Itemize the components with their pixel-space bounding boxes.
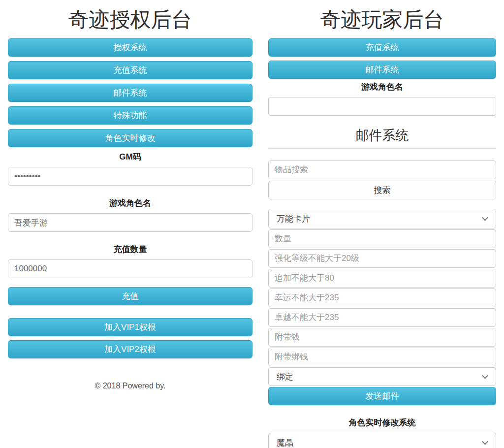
nav-auth-system-button[interactable]: 授权系统 — [8, 38, 252, 57]
page: 奇迹授权后台 授权系统 充值系统 邮件系统 特殊功能 角色实时修改 GM码 游戏… — [0, 0, 504, 448]
quantity-input[interactable] — [268, 229, 496, 248]
recharge-amount-label: 充值数量 — [8, 244, 252, 255]
gm-code-input[interactable] — [8, 167, 252, 186]
recharge-button[interactable]: 充值 — [8, 287, 252, 305]
mail-section-divider — [268, 148, 496, 149]
nav-recharge-system-button[interactable]: 充值系统 — [8, 61, 252, 79]
append-input[interactable] — [268, 269, 496, 288]
admin-title: 奇迹授权后台 — [8, 8, 252, 32]
search-button[interactable]: 搜索 — [268, 181, 496, 199]
item-select-value: 万能卡片 — [277, 213, 310, 224]
player-title: 奇迹玩家后台 — [268, 8, 496, 32]
mail-system-heading: 邮件系统 — [268, 127, 496, 144]
player-nav-mail-button[interactable]: 邮件系统 — [268, 61, 496, 79]
add-vip1-button[interactable]: 加入VIP1权根 — [8, 318, 252, 336]
player-role-name-label: 游戏角色名 — [268, 81, 496, 93]
enhance-level-input[interactable] — [268, 249, 496, 268]
role-name-label: 游戏角色名 — [8, 197, 252, 209]
bind-select[interactable]: 绑定 — [268, 367, 496, 386]
modify-attribute-select[interactable]: 魔晶 — [268, 433, 496, 448]
chevron-down-icon — [482, 215, 488, 221]
add-vip2-button[interactable]: 加入VIP2权根 — [8, 340, 252, 358]
player-panel: 奇迹玩家后台 充值系统 邮件系统 游戏角色名 邮件系统 搜索 万能卡片 绑定 发… — [268, 0, 496, 448]
luck-input[interactable] — [268, 288, 496, 307]
attach-money-input[interactable] — [268, 328, 496, 347]
modify-attribute-select-value: 魔晶 — [277, 437, 293, 448]
player-nav-recharge-button[interactable]: 充值系统 — [268, 38, 496, 57]
send-mail-button[interactable]: 发送邮件 — [268, 387, 496, 405]
item-search-input[interactable] — [268, 160, 496, 179]
item-select[interactable]: 万能卡片 — [268, 209, 496, 228]
role-modify-system-label: 角色实时修改系统 — [268, 417, 496, 428]
nav-mail-system-button[interactable]: 邮件系统 — [8, 84, 252, 102]
chevron-down-icon — [482, 373, 488, 379]
chevron-down-icon — [482, 439, 488, 445]
role-name-input[interactable] — [8, 213, 252, 232]
admin-panel: 奇迹授权后台 授权系统 充值系统 邮件系统 特殊功能 角色实时修改 GM码 游戏… — [8, 0, 252, 390]
attach-bound-money-input[interactable] — [268, 348, 496, 366]
copyright-text: © 2018 Powered by. — [8, 382, 252, 390]
nav-special-function-button[interactable]: 特殊功能 — [8, 106, 252, 125]
recharge-amount-input[interactable] — [8, 259, 252, 278]
excellent-input[interactable] — [268, 308, 496, 327]
gm-code-label: GM码 — [8, 151, 252, 162]
nav-role-modify-button[interactable]: 角色实时修改 — [8, 129, 252, 147]
player-role-name-input[interactable] — [268, 97, 496, 116]
bind-select-value: 绑定 — [277, 371, 293, 383]
